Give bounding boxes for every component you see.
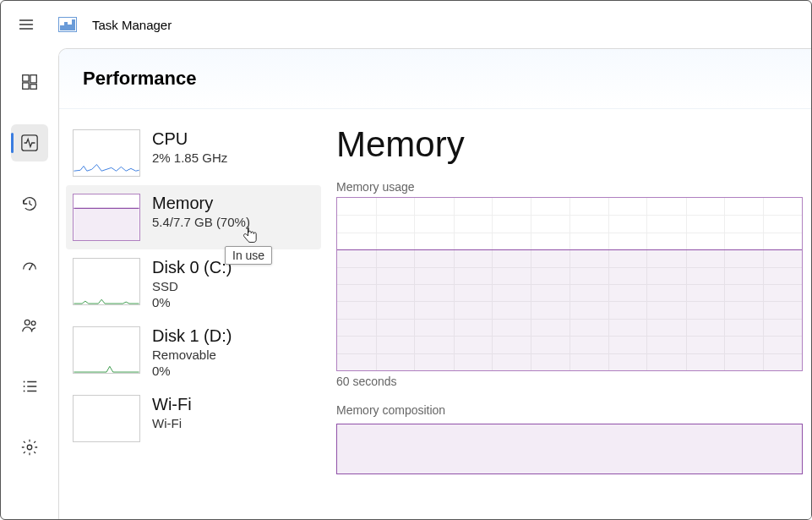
content-area: Performance CPU 2% 1.85 GHz	[58, 48, 811, 519]
perf-item-sub: 5.4/7.7 GB (70%)	[152, 215, 250, 229]
x-axis-label: 60 seconds	[336, 375, 803, 388]
grid-icon	[20, 73, 39, 91]
cpu-thumbnail-chart	[73, 129, 140, 177]
detail-panel: Memory Memory usage 60 seconds Memory co…	[321, 109, 811, 519]
perf-item-sub: Removable	[152, 348, 232, 362]
perf-item-disk0[interactable]: Disk 0 (C:) SSD 0% In use	[66, 249, 321, 318]
nav-item-startup[interactable]	[11, 246, 48, 283]
disk0-thumbnail-chart	[73, 258, 140, 305]
svg-point-11	[27, 445, 32, 450]
usage-label: Memory usage	[336, 180, 803, 194]
svg-point-10	[24, 391, 25, 392]
svg-point-5	[29, 268, 30, 270]
hamburger-menu-button[interactable]	[9, 8, 43, 41]
svg-point-8	[24, 381, 25, 383]
pulse-icon	[20, 134, 39, 152]
history-icon	[20, 194, 39, 213]
perf-item-disk1[interactable]: Disk 1 (D:) Removable 0%	[66, 318, 321, 386]
perf-item-name: CPU	[152, 129, 227, 149]
gauge-icon	[20, 255, 39, 274]
tooltip: In use	[225, 246, 272, 265]
nav-item-settings[interactable]	[11, 429, 48, 466]
perf-item-wifi[interactable]: Wi-Fi Wi-Fi	[66, 386, 321, 451]
app-icon	[58, 17, 77, 32]
svg-rect-2	[23, 83, 29, 89]
svg-point-7	[31, 321, 35, 326]
memory-composition-chart[interactable]	[336, 424, 803, 474]
nav-item-users[interactable]	[11, 307, 48, 344]
perf-item-sub: SSD	[152, 279, 232, 293]
perf-item-sub2: 0%	[152, 364, 232, 378]
composition-label: Memory composition	[336, 403, 803, 417]
perf-item-sub: Wi-Fi	[152, 416, 192, 430]
memory-thumbnail-chart	[73, 194, 140, 241]
performance-list: CPU 2% 1.85 GHz Memory 5.4/7.7 GB (70%)	[59, 109, 321, 519]
nav-item-performance[interactable]	[11, 124, 48, 161]
gear-icon	[20, 438, 39, 457]
svg-point-9	[24, 386, 25, 387]
perf-item-sub2: 0%	[152, 295, 232, 309]
svg-rect-3	[30, 85, 36, 90]
svg-rect-1	[30, 75, 36, 83]
perf-item-name: Memory	[152, 194, 250, 213]
pointer-hand-icon	[242, 226, 259, 246]
nav-item-processes[interactable]	[11, 63, 48, 101]
detail-title: Memory	[336, 124, 803, 165]
nav-item-details[interactable]	[11, 368, 48, 405]
svg-rect-12	[74, 208, 139, 240]
perf-item-name: Disk 1 (D:)	[152, 326, 232, 346]
nav-item-history[interactable]	[11, 185, 48, 222]
list-icon	[20, 377, 39, 396]
hamburger-icon	[18, 16, 35, 33]
perf-item-name: Disk 0 (C:)	[152, 258, 232, 277]
perf-item-memory[interactable]: Memory 5.4/7.7 GB (70%)	[66, 185, 321, 249]
memory-usage-chart[interactable]	[336, 197, 803, 371]
svg-rect-0	[23, 75, 29, 81]
wifi-thumbnail-chart	[73, 395, 140, 442]
page-title: Performance	[59, 49, 811, 109]
title-bar: Task Manager	[1, 1, 811, 48]
users-icon	[20, 316, 39, 335]
perf-item-sub: 2% 1.85 GHz	[152, 151, 227, 165]
nav-rail	[1, 48, 58, 519]
disk1-thumbnail-chart	[73, 326, 140, 374]
app-title: Task Manager	[92, 18, 172, 32]
svg-point-6	[25, 320, 30, 325]
perf-item-name: Wi-Fi	[152, 395, 192, 414]
perf-item-cpu[interactable]: CPU 2% 1.85 GHz	[66, 121, 321, 185]
